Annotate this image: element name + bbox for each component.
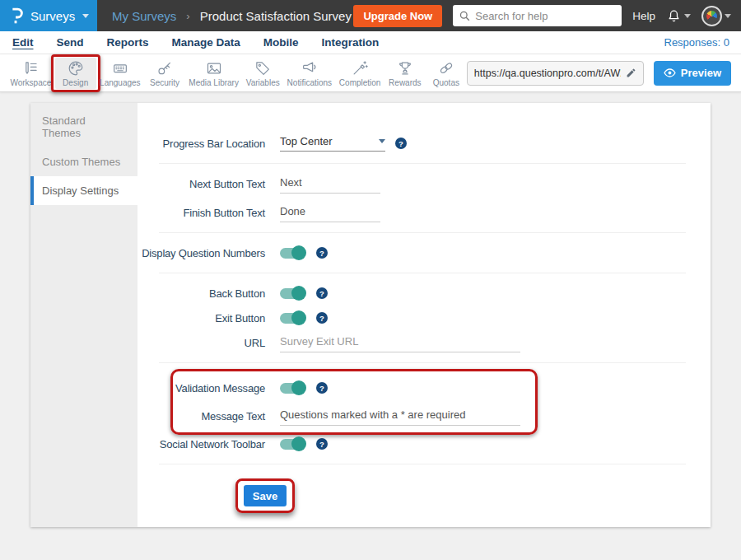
exit-button-label: Exit Button bbox=[137, 312, 265, 324]
validation-message-group: Validation Message ? Message Text bbox=[137, 371, 686, 432]
display-question-numbers-label: Display Question Numbers bbox=[137, 247, 265, 259]
account-menu[interactable] bbox=[701, 6, 731, 26]
toolbar-item-notifications[interactable]: Notifications bbox=[283, 58, 335, 89]
toggle-knob bbox=[291, 286, 306, 301]
social-network-toolbar-label: Social Network Toolbar bbox=[137, 438, 265, 450]
social-network-toolbar-toggle[interactable] bbox=[280, 439, 305, 450]
sidebar-item-display-settings[interactable]: Display Settings bbox=[30, 176, 137, 205]
finish-button-text-label: Finish Button Text bbox=[137, 207, 265, 219]
toggle-knob bbox=[291, 245, 306, 260]
survey-url-field[interactable]: https://qa.questionpro.com/t/AW22Zcq2J bbox=[467, 61, 644, 86]
section-divider bbox=[159, 464, 686, 464]
help-icon[interactable]: ? bbox=[316, 247, 328, 259]
nav-tab-integration[interactable]: Integration bbox=[322, 36, 380, 49]
design-settings-card: Standard Themes Custom Themes Display Se… bbox=[30, 103, 711, 527]
sidebar-item-standard-themes[interactable]: Standard Themes bbox=[30, 106, 137, 147]
help-icon[interactable]: ? bbox=[316, 287, 328, 299]
nav-tab-edit[interactable]: Edit bbox=[12, 36, 34, 49]
display-settings-panel: Progress Bar Location Top Center ? Next … bbox=[137, 103, 711, 527]
avatar-image bbox=[706, 11, 717, 21]
nav-tab-send[interactable]: Send bbox=[57, 36, 84, 49]
next-button-text-input[interactable] bbox=[280, 175, 380, 194]
next-button-text-row: Next Button Text bbox=[137, 171, 686, 196]
responses-count: Responses: 0 bbox=[664, 36, 730, 49]
exit-button-toggle[interactable] bbox=[280, 313, 305, 324]
security-key-icon bbox=[156, 59, 174, 77]
nav-tab-mobile[interactable]: Mobile bbox=[263, 36, 299, 49]
progress-bar-location-select[interactable]: Top Center bbox=[280, 135, 385, 152]
media-library-image-icon bbox=[205, 59, 223, 77]
edit-pencil-icon[interactable] bbox=[626, 68, 636, 78]
toolbar-item-completion[interactable]: Completion bbox=[335, 58, 384, 89]
breadcrumb-my-surveys[interactable]: My Surveys bbox=[112, 9, 176, 23]
page-content: Standard Themes Custom Themes Display Se… bbox=[0, 92, 741, 527]
upgrade-now-button[interactable]: Upgrade Now bbox=[353, 5, 442, 27]
design-sidebar: Standard Themes Custom Themes Display Se… bbox=[30, 103, 137, 527]
notifications-megaphone-icon bbox=[301, 59, 319, 77]
toolbar-item-security[interactable]: Security bbox=[144, 58, 185, 89]
edit-toolbar: Workspace Design Languages Security Medi… bbox=[0, 54, 741, 92]
section-divider bbox=[159, 163, 686, 164]
search-icon bbox=[459, 11, 470, 21]
exit-url-row: URL bbox=[137, 330, 686, 355]
app-logo-menu[interactable]: Surveys bbox=[0, 0, 97, 31]
chevron-down-icon bbox=[725, 14, 731, 18]
exit-button-row: Exit Button ? bbox=[137, 306, 686, 330]
page-title: Product Satisfaction Survey bbox=[200, 9, 352, 23]
breadcrumb-separator: › bbox=[186, 10, 189, 22]
help-icon[interactable]: ? bbox=[316, 438, 328, 450]
notifications-menu[interactable] bbox=[666, 8, 691, 24]
exit-url-input[interactable] bbox=[280, 334, 520, 352]
toolbar-item-media-library[interactable]: Media Library bbox=[185, 58, 242, 89]
rewards-trophy-icon bbox=[396, 59, 414, 77]
message-text-row: Message Text bbox=[137, 404, 686, 428]
help-icon[interactable]: ? bbox=[316, 382, 328, 394]
bell-icon bbox=[666, 8, 682, 24]
toolbar-item-design[interactable]: Design bbox=[55, 58, 96, 89]
progress-bar-location-label: Progress Bar Location bbox=[137, 138, 265, 150]
sidebar-item-custom-themes[interactable]: Custom Themes bbox=[30, 147, 137, 176]
avatar bbox=[701, 6, 722, 26]
validation-message-toggle[interactable] bbox=[280, 383, 305, 394]
main-nav: Edit Send Reports Manage Data Mobile Int… bbox=[0, 31, 741, 54]
variables-tag-icon bbox=[254, 59, 272, 77]
message-text-input[interactable] bbox=[280, 407, 520, 426]
questionpro-logo-icon bbox=[11, 7, 23, 25]
save-button[interactable]: Save bbox=[244, 485, 287, 506]
help-icon[interactable]: ? bbox=[395, 138, 407, 149]
display-question-numbers-toggle[interactable] bbox=[280, 248, 305, 259]
help-search-box[interactable] bbox=[453, 5, 622, 26]
preview-button[interactable]: Preview bbox=[654, 61, 731, 86]
design-palette-icon bbox=[67, 59, 85, 77]
message-text-label: Message Text bbox=[137, 410, 265, 422]
toolbar-item-quotas[interactable]: Quotas bbox=[426, 58, 467, 89]
search-input[interactable] bbox=[475, 10, 615, 22]
next-button-text-label: Next Button Text bbox=[137, 178, 265, 190]
nav-tab-reports[interactable]: Reports bbox=[107, 36, 149, 49]
toggle-knob bbox=[291, 380, 306, 395]
finish-button-text-input[interactable] bbox=[280, 203, 380, 222]
save-button-area: Save bbox=[244, 485, 287, 506]
completion-wand-icon bbox=[351, 59, 369, 77]
eye-icon bbox=[664, 68, 676, 77]
toolbar-item-languages[interactable]: Languages bbox=[96, 58, 144, 89]
help-icon[interactable]: ? bbox=[316, 312, 328, 324]
back-button-label: Back Button bbox=[137, 287, 265, 300]
nav-tab-manage-data[interactable]: Manage Data bbox=[172, 36, 240, 49]
toolbar-item-workspace[interactable]: Workspace bbox=[7, 58, 55, 89]
progress-bar-location-row: Progress Bar Location Top Center ? bbox=[137, 131, 686, 156]
section-divider bbox=[159, 362, 686, 363]
chevron-down-icon bbox=[82, 14, 89, 18]
help-link[interactable]: Help bbox=[632, 10, 655, 22]
back-button-toggle[interactable] bbox=[280, 288, 305, 299]
toggle-knob bbox=[291, 310, 306, 325]
section-divider bbox=[159, 273, 686, 273]
toolbar-item-rewards[interactable]: Rewards bbox=[384, 58, 426, 89]
top-header: Surveys My Surveys › Product Satisfactio… bbox=[0, 0, 741, 31]
toggle-knob bbox=[291, 436, 306, 451]
surveys-menu-label: Surveys bbox=[30, 9, 75, 23]
survey-url-text: https://qa.questionpro.com/t/AW22Zcq2J bbox=[474, 68, 621, 79]
toolbar-item-variables[interactable]: Variables bbox=[242, 58, 283, 89]
progress-bar-location-value: Top Center bbox=[280, 135, 333, 147]
exit-url-label: URL bbox=[137, 337, 265, 349]
